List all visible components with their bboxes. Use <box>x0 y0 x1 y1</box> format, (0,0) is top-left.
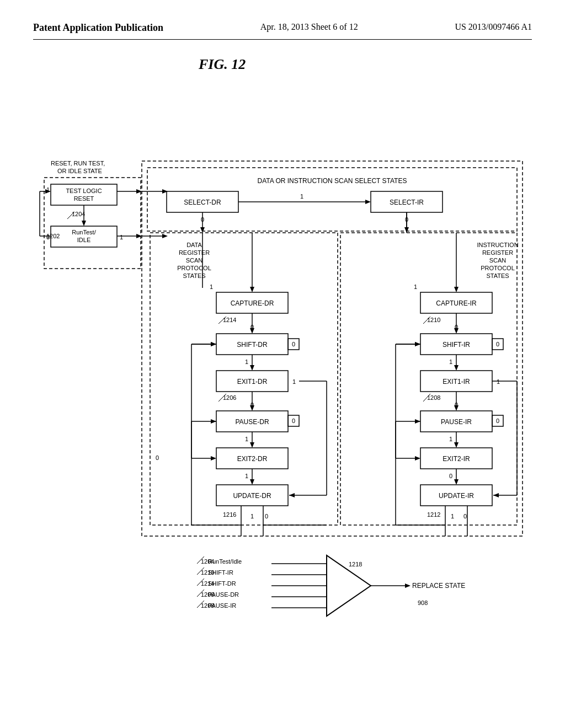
dr-label2: REGISTER <box>179 249 210 256</box>
label-1-shift-ir: 1 <box>449 358 452 365</box>
label-1-update-ir: 1 <box>451 513 454 520</box>
header-date-sheet: Apr. 18, 2013 Sheet 6 of 12 <box>260 22 358 32</box>
arrowhead-to-capture-ir <box>454 287 459 292</box>
bottom-runtest-label: RunTest/Idle <box>208 558 242 565</box>
header-publication-type: Patent Application Publication <box>33 22 163 34</box>
arrowhead-pause-ir-left <box>415 419 420 424</box>
pause-ir-text: PAUSE-IR <box>441 418 472 426</box>
label-0-update-ir: 0 <box>463 513 467 520</box>
exit1-dr-text: EXIT1-DR <box>237 378 268 386</box>
label-0-exit2-ir: 0 <box>449 473 452 479</box>
ir-label1: INSTRUCTION <box>477 242 518 248</box>
label-1216: 1216 <box>223 511 236 518</box>
exit2-ir-text: EXIT2-IR <box>443 455 470 463</box>
arrowhead-pause-ir-down <box>454 442 459 448</box>
shift-ir-text: SHIFT-IR <box>443 341 470 349</box>
label-1-shift-dr: 1 <box>245 358 248 365</box>
ir-label2: REGISTER <box>482 249 513 256</box>
scan-select-label: DATA OR INSTRUCTION SCAN SELECT STATES <box>258 177 407 185</box>
label-1-exit2-dr: 1 <box>245 473 248 479</box>
label-1-pause-ir: 1 <box>449 436 452 442</box>
arrowhead-shift-ir-down <box>454 365 459 371</box>
pause-dr-text: PAUSE-DR <box>235 418 269 426</box>
label-1-exit1-ir-right: 1 <box>497 378 500 385</box>
label-1204: 1204 <box>72 211 85 217</box>
arrowhead-exit1-to-update-ir <box>493 493 499 497</box>
diagram-wrapper: RESET, RUN TEST, OR IDLE STATE TEST LOGI… <box>34 84 531 638</box>
label-1-runtest-right: 1 <box>120 234 123 240</box>
reset-label: RESET, RUN TEST, <box>51 160 105 167</box>
arrowhead-select-dr-down <box>200 227 205 233</box>
shift-dr-text: SHIFT-DR <box>237 341 268 349</box>
pause-dr-0-text: 0 <box>292 417 295 424</box>
ir-label4: PROTOCOL <box>481 265 515 271</box>
figure-title: FIG. 12 <box>199 56 246 73</box>
label-1-exit1-dr-right: 1 <box>292 378 296 385</box>
shift-ir-0-text: 0 <box>496 341 499 347</box>
arrowhead-capture-dr-down <box>250 328 254 334</box>
dr-label4: PROTOCOL <box>177 265 211 271</box>
shift-dr-0-text: 0 <box>292 341 295 347</box>
pause-ir-0-text: 0 <box>496 417 499 424</box>
arrowhead-capture-ir-down <box>454 328 459 334</box>
label-0-exit2-dr-left: 0 <box>156 454 159 461</box>
page-header: Patent Application Publication Apr. 18, … <box>33 22 532 40</box>
runtest-text2: IDLE <box>77 237 90 243</box>
label-1-capture-ir-top: 1 <box>414 283 417 290</box>
replace-state-text: REPLACE STATE <box>412 582 465 590</box>
header-patent-number: US 2013/0097466 A1 <box>455 22 532 32</box>
bottom-pause-ir-label: PAUSE-IR <box>208 602 236 609</box>
label-1-dr-ir: 1 <box>300 193 303 200</box>
dr-label1: DATA <box>186 242 202 248</box>
label-1218: 1218 <box>349 561 362 568</box>
arrowhead-left-shift-ir <box>415 342 420 346</box>
main-outer-box <box>142 161 523 536</box>
arrowhead-exit2-dr-down <box>250 479 254 485</box>
arrowhead-dr-ir <box>365 200 371 204</box>
ir-label5: STATES <box>486 272 509 279</box>
label-1-update-dr: 1 <box>250 513 254 520</box>
arrowhead-exit1-ir-down <box>454 405 459 411</box>
test-logic-reset-text1: TEST LOGIC <box>66 188 102 194</box>
arrowhead-exit2-ir-down <box>454 479 459 485</box>
test-logic-reset-text2: RESET <box>74 195 94 202</box>
select-ir-text: SELECT-IR <box>390 199 424 206</box>
update-dr-text: UPDATE-DR <box>233 492 271 500</box>
circuit-diagram: RESET, RUN TEST, OR IDLE STATE TEST LOGI… <box>34 84 531 635</box>
arrowhead-exit1-dr-down <box>250 405 254 411</box>
ir-label3: SCAN <box>489 257 507 264</box>
arrowhead-run-dr <box>162 234 168 238</box>
arrowhead-shift-dr-down <box>250 365 254 371</box>
arrowhead-to-capture-dr <box>250 287 254 292</box>
arrowhead-pause-dr-down <box>250 442 254 448</box>
bottom-shift-dr-label: SHIFT-DR <box>208 580 236 587</box>
select-dr-text: SELECT-DR <box>184 199 221 206</box>
arrowhead-pause-0-exit2 <box>211 456 216 461</box>
label-0-runtest: 0 <box>46 234 50 240</box>
runtest-text1: RunTest/ <box>72 229 96 235</box>
arrowhead-reset-runtest <box>82 221 86 226</box>
arrowhead-pause-ir-0-exit2 <box>415 456 420 461</box>
label-1-pause-dr: 1 <box>245 436 248 442</box>
diagram-area: FIG. 12 RESET, RUN TEST, OR IDLE STATE T… <box>33 56 532 638</box>
arrowhead-exit1-to-update <box>289 493 295 497</box>
capture-ir-text: CAPTURE-IR <box>436 299 477 307</box>
label-908: 908 <box>418 599 428 606</box>
arrowhead-left-shift-dr <box>211 342 216 346</box>
arrowhead-gate-out <box>405 584 411 588</box>
bottom-shift-ir-label: SHIFT-IR <box>208 569 233 576</box>
capture-dr-text: CAPTURE-DR <box>231 299 274 307</box>
label-1-capture-dr-top: 1 <box>210 283 213 290</box>
exit1-ir-text: EXIT1-IR <box>443 378 470 386</box>
page: Patent Application Publication Apr. 18, … <box>0 0 565 728</box>
exit2-dr-text: EXIT2-DR <box>237 455 268 463</box>
bottom-pause-dr-label: PAUSE-DR <box>208 591 239 598</box>
arrowhead-pause-dr-left <box>211 419 216 424</box>
label-1212: 1212 <box>427 511 440 518</box>
label-0-update-dr: 0 <box>265 513 268 520</box>
dr-label3: SCAN <box>186 257 203 264</box>
update-ir-text: UPDATE-IR <box>439 492 474 500</box>
reset-label2: OR IDLE STATE <box>57 168 102 174</box>
